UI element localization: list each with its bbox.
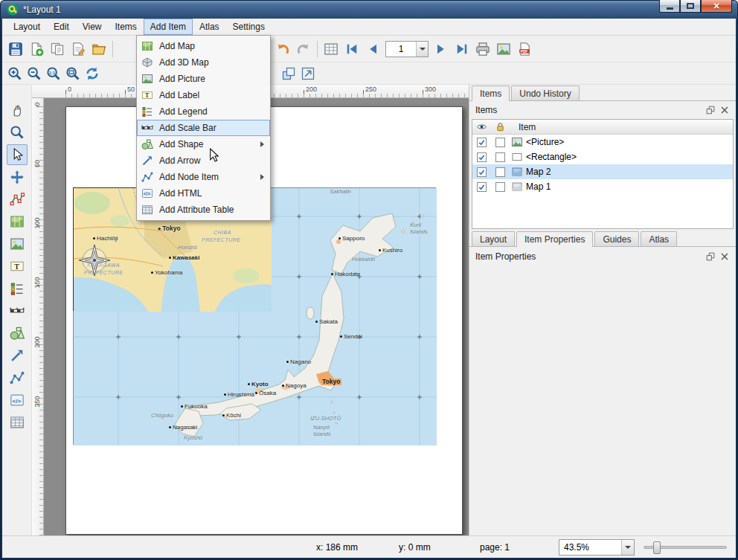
lock-checkbox[interactable]: [495, 138, 505, 147]
add-node-item-button[interactable]: [7, 367, 28, 388]
tab-items[interactable]: Items: [472, 86, 510, 101]
move-item-content-button[interactable]: [7, 167, 28, 187]
menu-item-add-html[interactable]: </>Add HTML: [137, 185, 270, 202]
titlebar[interactable]: *Layout 1 ×: [2, 0, 736, 19]
vertical-ruler: 050100150200250: [32, 98, 44, 535]
previous-feature-button[interactable]: [362, 39, 383, 59]
visibility-checkbox[interactable]: [477, 152, 487, 162]
add-shape-button[interactable]: [7, 323, 28, 344]
float-dock-button[interactable]: [705, 251, 716, 262]
menubar-item-items[interactable]: Items: [109, 19, 144, 35]
rectangle-item-icon: [511, 151, 523, 163]
cursor-y-readout: y: 0 mm: [399, 542, 431, 553]
item-row-rectangle[interactable]: <Rectangle>: [472, 149, 733, 164]
menu-item-add-attribute-table[interactable]: Add Attribute Table: [137, 202, 270, 218]
zoom-actual-button[interactable]: 1:1: [44, 64, 63, 83]
menu-item-add-picture[interactable]: Add Picture: [137, 71, 270, 87]
float-dock-button[interactable]: [705, 105, 716, 115]
add-label-button[interactable]: T: [7, 256, 28, 277]
close-dock-button[interactable]: [719, 251, 730, 262]
menubar-item-edit[interactable]: Edit: [47, 19, 76, 35]
edit-nodes-item-button[interactable]: [7, 189, 28, 210]
visibility-checkbox[interactable]: [477, 138, 487, 147]
tab-guides[interactable]: Guides: [594, 231, 639, 246]
add-picture-button[interactable]: [7, 234, 28, 254]
menu-item-add-3d-map[interactable]: Add 3D Map: [137, 54, 270, 71]
zoom-level-combobox[interactable]: 43.5%: [559, 539, 635, 556]
export-atlas-pdf-button[interactable]: PDF: [514, 39, 535, 59]
map-label: Islands: [313, 431, 331, 437]
last-feature-button[interactable]: [452, 39, 472, 59]
select-move-item-button[interactable]: [7, 144, 28, 165]
combo-dropdown-button[interactable]: [621, 540, 634, 555]
previous-feature-icon: [365, 42, 380, 57]
menu-item-add-arrow[interactable]: Add Arrow: [137, 152, 270, 169]
close-dock-button[interactable]: [719, 105, 730, 115]
item-row-picture[interactable]: <Picture>: [472, 135, 733, 149]
spinner-dropdown-button[interactable]: [416, 42, 428, 57]
pan-layout-button[interactable]: [7, 100, 28, 120]
menu-item-add-label[interactable]: TAdd Label: [137, 87, 270, 103]
zoom-tool-button[interactable]: [7, 122, 28, 143]
lock-checkbox[interactable]: [495, 167, 505, 177]
zoom-slider[interactable]: [644, 546, 727, 549]
atlas-page-spinner[interactable]: 1: [385, 41, 429, 57]
map-label: Islands: [410, 229, 428, 235]
menu-item-add-node-item[interactable]: Add Node Item: [137, 169, 270, 185]
save-button[interactable]: [5, 39, 26, 59]
menu-item-add-legend[interactable]: Add Legend: [137, 103, 270, 120]
add-3d-map-icon: [141, 57, 153, 68]
first-feature-button[interactable]: [341, 39, 362, 59]
map-label: Kuril: [410, 222, 421, 228]
menubar-item-layout[interactable]: Layout: [7, 19, 47, 35]
zoom-slider-handle[interactable]: [653, 541, 661, 554]
tab-layout[interactable]: Layout: [472, 231, 515, 246]
item-row-map-1[interactable]: Map 1: [472, 179, 733, 194]
tab-undo-history[interactable]: Undo History: [511, 86, 579, 100]
menubar-item-settings[interactable]: Settings: [226, 19, 272, 35]
export-atlas-image-button[interactable]: [493, 39, 514, 59]
layout-manager-button[interactable]: [68, 39, 89, 59]
minimize-button[interactable]: [659, 0, 680, 13]
menubar-item-view[interactable]: View: [76, 19, 109, 35]
add-scalebar-button[interactable]: [7, 300, 28, 321]
add-html-button[interactable]: </>: [7, 390, 28, 411]
zoom-out-button[interactable]: [25, 64, 44, 83]
chevron-down-icon: [420, 48, 426, 51]
duplicate-layout-button[interactable]: [47, 39, 68, 59]
zoom-in-button[interactable]: [5, 64, 25, 83]
undo-button[interactable]: [272, 39, 293, 59]
open-folder-icon: [92, 42, 106, 57]
tab-item-properties[interactable]: Item Properties: [516, 231, 593, 247]
print-atlas-button[interactable]: [472, 39, 493, 59]
visibility-checkbox[interactable]: [477, 167, 487, 177]
item-row-map-2[interactable]: Map 2: [472, 164, 733, 179]
add-attribute-table-button[interactable]: [7, 412, 28, 433]
menu-item-add-scale-bar[interactable]: Add Scale Bar: [137, 120, 270, 136]
new-layout-button[interactable]: [26, 39, 47, 59]
export-atlas-pdf-icon: PDF: [517, 42, 532, 57]
add-arrow-button[interactable]: [7, 345, 28, 366]
tab-atlas[interactable]: Atlas: [641, 231, 677, 246]
close-button[interactable]: ×: [701, 0, 732, 13]
menu-item-add-map[interactable]: Add Map: [137, 38, 270, 54]
add-map-button[interactable]: [7, 211, 28, 232]
open-folder-button[interactable]: [89, 39, 109, 59]
lock-checkbox[interactable]: [495, 152, 505, 162]
preview-atlas-button[interactable]: [321, 39, 341, 59]
redo-button[interactable]: [293, 39, 314, 59]
menubar-item-atlas[interactable]: Atlas: [193, 19, 226, 35]
maximize-button[interactable]: [680, 0, 701, 13]
refresh-view-button[interactable]: [83, 64, 102, 83]
menu-item-add-shape[interactable]: Add Shape: [137, 136, 270, 152]
zoom-full-button[interactable]: [63, 64, 83, 83]
raise-items-button[interactable]: [279, 64, 298, 83]
add-legend-button[interactable]: [7, 278, 28, 299]
lock-checkbox[interactable]: [495, 182, 505, 192]
north-arrow-picture-item[interactable]: [77, 243, 112, 277]
resize-items-button[interactable]: [298, 64, 318, 83]
visibility-checkbox[interactable]: [477, 182, 487, 192]
mouse-cursor-icon: [209, 148, 219, 163]
next-feature-button[interactable]: [431, 39, 452, 59]
menubar-item-add-item[interactable]: Add Item: [144, 19, 193, 35]
